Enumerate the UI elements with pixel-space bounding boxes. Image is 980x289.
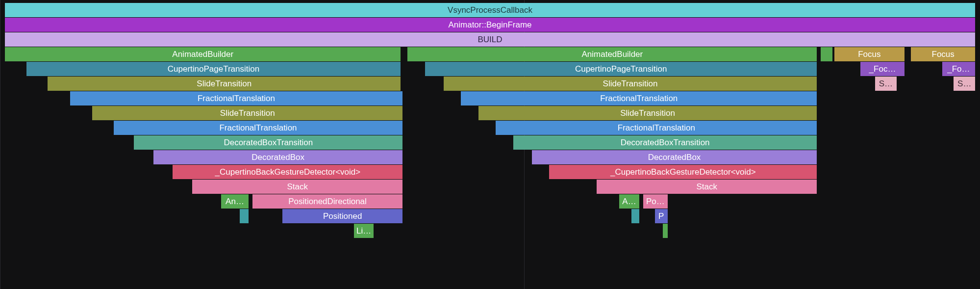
flame-bar[interactable]: An…: [221, 194, 248, 209]
flame-bar[interactable]: BUILD: [5, 32, 975, 47]
flame-row: FractionalTranslationFractionalTranslati…: [5, 121, 975, 135]
flame-bar[interactable]: AnimatedBuilder: [5, 47, 401, 61]
flame-bar[interactable]: Stack: [192, 180, 402, 194]
flame-bar[interactable]: PositionedDirectional: [252, 194, 403, 209]
flame-bar[interactable]: CupertinoPageTransition: [26, 62, 401, 76]
flame-bar[interactable]: FractionalTranslation: [496, 121, 817, 135]
flame-bar[interactable]: [821, 47, 825, 61]
flame-bar[interactable]: [631, 209, 639, 223]
flame-row: PositionedP: [5, 209, 975, 224]
flame-row: DecoratedBoxDecoratedBox: [5, 150, 975, 165]
flame-bar[interactable]: FractionalTranslation: [70, 91, 403, 105]
flame-bar[interactable]: FractionalTranslation: [114, 121, 403, 135]
flame-chart[interactable]: VsyncProcessCallbackAnimator::BeginFrame…: [5, 3, 975, 238]
flame-bar[interactable]: DecoratedBox: [153, 150, 403, 164]
flame-row: FractionalTranslationFractionalTranslati…: [5, 91, 975, 106]
flame-bar[interactable]: S…: [875, 77, 897, 91]
flame-bar[interactable]: Li…: [354, 224, 374, 238]
flame-bar[interactable]: SlideTransition: [444, 77, 817, 91]
flame-bar[interactable]: [663, 224, 668, 238]
flame-bar[interactable]: DecoratedBox: [532, 150, 817, 164]
flame-bar[interactable]: _CupertinoBackGestureDetector<void>: [549, 165, 817, 179]
flame-bar[interactable]: VsyncProcessCallback: [5, 3, 975, 17]
flame-bar[interactable]: _Fo…: [942, 62, 975, 76]
flame-row: An…PositionedDirectionalA…Po…: [5, 194, 975, 209]
flame-bar[interactable]: Animator::BeginFrame: [5, 18, 975, 32]
flame-bar[interactable]: A…: [619, 194, 640, 209]
flame-bar[interactable]: AnimatedBuilder: [407, 47, 817, 61]
flame-bar[interactable]: Po…: [643, 194, 667, 209]
flame-row: SlideTransitionSlideTransitionS…S…: [5, 77, 975, 91]
flame-bar[interactable]: FractionalTranslation: [461, 91, 817, 105]
flame-bar[interactable]: [825, 47, 829, 61]
flame-row: DecoratedBoxTransitionDecoratedBoxTransi…: [5, 135, 975, 150]
flame-bar[interactable]: P: [655, 209, 668, 223]
flame-bar[interactable]: _CupertinoBackGestureDetector<void>: [173, 165, 402, 179]
flame-bar[interactable]: Focus: [834, 47, 904, 61]
flame-bar[interactable]: SlideTransition: [478, 106, 817, 120]
flame-bar[interactable]: DecoratedBoxTransition: [513, 135, 817, 150]
flame-bar[interactable]: [240, 209, 249, 223]
flame-bar[interactable]: DecoratedBoxTransition: [134, 135, 402, 150]
flame-bar[interactable]: SlideTransition: [92, 106, 402, 120]
flame-bar[interactable]: S…: [954, 77, 975, 91]
flame-row: VsyncProcessCallback: [5, 3, 975, 18]
flame-bar[interactable]: _Foc…: [860, 62, 904, 76]
flame-row: StackStack: [5, 180, 975, 194]
flame-row: CupertinoPageTransitionCupertinoPageTran…: [5, 62, 975, 77]
flame-bar[interactable]: CupertinoPageTransition: [425, 62, 817, 76]
flame-row: Li…: [5, 224, 975, 238]
flame-row: Animator::BeginFrame: [5, 18, 975, 32]
flame-bar[interactable]: SlideTransition: [48, 77, 401, 91]
flame-bar[interactable]: Focus: [911, 47, 975, 61]
flame-row: BUILD: [5, 32, 975, 47]
flame-row: SlideTransitionSlideTransition: [5, 106, 975, 121]
flame-bar[interactable]: Stack: [597, 180, 817, 194]
flame-bar[interactable]: [829, 47, 832, 61]
flame-row: _CupertinoBackGestureDetector<void>_Cupe…: [5, 165, 975, 180]
flame-row: AnimatedBuilderAnimatedBuilderFocusFocus: [5, 47, 975, 62]
flame-bar[interactable]: Positioned: [282, 209, 402, 223]
